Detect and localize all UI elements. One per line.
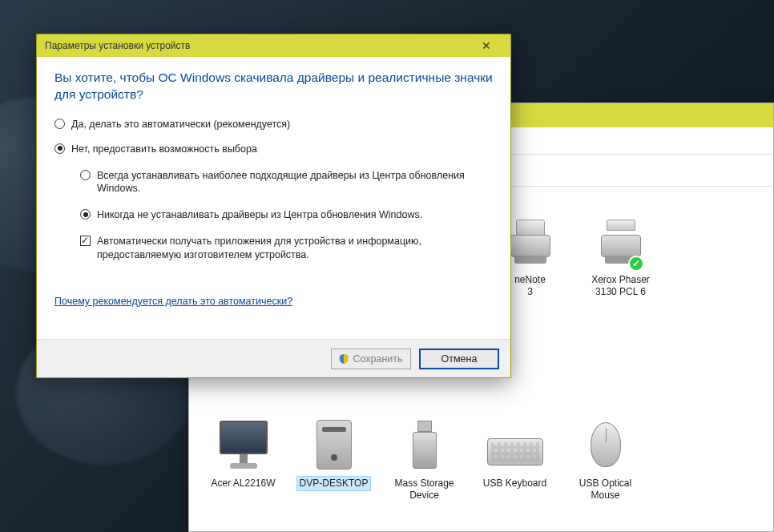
pc-tower-icon: [316, 420, 352, 470]
checkbox-icon: [80, 236, 91, 246]
dialog-heading: Вы хотите, чтобы ОС Windows скачивала др…: [54, 70, 493, 103]
device-install-settings-dialog: Параметры установки устройств ✕ Вы хотит…: [36, 34, 511, 378]
device-pc-tower[interactable]: DVP-DESKTOP: [296, 413, 372, 502]
radio-icon: [54, 143, 65, 154]
radio-label: Никогда не устанавливать драйверы из Цен…: [97, 208, 493, 222]
device-label: DVP-DESKTOP: [300, 478, 369, 489]
device-keyboard[interactable]: USB Keyboard: [477, 413, 553, 502]
radio-label: Да, делать это автоматически (рекомендуе…: [71, 118, 493, 131]
device-label: USB Keyboard: [483, 478, 546, 489]
dialog-title: Параметры установки устройств: [45, 40, 190, 51]
radio-sub-always[interactable]: Всегда устанавливать наиболее подходящие…: [80, 169, 493, 196]
button-label: Сохранить: [353, 353, 402, 365]
device-monitor[interactable]: Acer AL2216W: [205, 413, 281, 502]
close-button[interactable]: ✕: [470, 37, 502, 54]
checkbox-auto-apps[interactable]: Автоматически получать приложения для ус…: [80, 235, 493, 262]
monitor-icon: [218, 421, 269, 469]
dialog-button-bar: Сохранить Отмена: [37, 339, 510, 377]
radio-label: Всегда устанавливать наиболее подходящие…: [97, 169, 493, 196]
sub-options-group: Всегда устанавливать наиболее подходящие…: [80, 169, 493, 262]
radio-icon: [80, 170, 91, 180]
device-label: neNote 3: [514, 274, 546, 297]
radio-sub-never[interactable]: Никогда не устанавливать драйверы из Цен…: [80, 208, 493, 222]
cancel-button[interactable]: Отмена: [419, 349, 499, 369]
checkmark-badge-icon: ✓: [628, 256, 644, 272]
shield-icon: [339, 354, 349, 364]
device-label: USB Optical Mouse: [579, 478, 631, 501]
device-mouse[interactable]: USB Optical Mouse: [567, 413, 643, 502]
device-label: Xerox Phaser 3130 PCL 6: [591, 274, 650, 297]
radio-icon: [54, 119, 65, 129]
mouse-icon: [591, 422, 621, 467]
radio-choose[interactable]: Нет, предоставить возможность выбора: [54, 143, 493, 156]
device-xerox-phaser[interactable]: ✓ Xerox Phaser 3130 PCL 6: [583, 209, 659, 299]
button-label: Отмена: [441, 353, 478, 365]
radio-icon: [80, 209, 91, 220]
save-button[interactable]: Сохранить: [331, 349, 411, 369]
printer-icon: [506, 220, 554, 264]
why-auto-link[interactable]: Почему рекомендуется делать это автомати…: [54, 296, 292, 307]
device-label: Mass Storage Device: [394, 478, 454, 501]
checkbox-label: Автоматически получать приложения для ус…: [97, 235, 493, 262]
usb-drive-icon: [413, 421, 437, 469]
device-mass-storage[interactable]: Mass Storage Device: [386, 413, 462, 502]
keyboard-icon: [487, 438, 543, 466]
close-icon: ✕: [482, 39, 491, 52]
dialog-titlebar[interactable]: Параметры установки устройств ✕: [37, 34, 510, 57]
device-label: Acer AL2216W: [211, 478, 275, 489]
radio-auto[interactable]: Да, делать это автоматически (рекомендуе…: [54, 118, 493, 131]
radio-label: Нет, предоставить возможность выбора: [71, 143, 493, 156]
dialog-body: Вы хотите, чтобы ОС Windows скачивала др…: [37, 57, 510, 339]
